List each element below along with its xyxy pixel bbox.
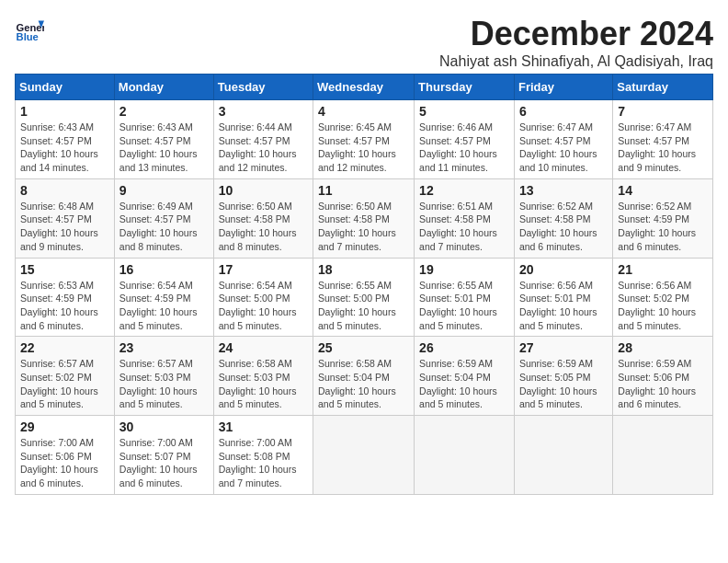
sunset-label: Sunset: 4:57 PM xyxy=(618,135,689,146)
calendar-cell: 21 Sunrise: 6:56 AM Sunset: 5:02 PM Dayl… xyxy=(613,258,713,337)
sunrise-label: Sunrise: 7:00 AM xyxy=(219,437,292,448)
day-number: 28 xyxy=(618,340,708,355)
sunset-label: Sunset: 5:02 PM xyxy=(618,293,689,304)
sunrise-label: Sunrise: 6:49 AM xyxy=(119,201,193,212)
sunset-label: Sunset: 5:06 PM xyxy=(618,372,689,383)
sunrise-label: Sunrise: 6:55 AM xyxy=(318,280,392,291)
svg-text:Blue: Blue xyxy=(17,31,39,42)
day-number: 9 xyxy=(119,183,209,198)
sunrise-label: Sunrise: 6:44 AM xyxy=(219,121,292,132)
day-info: Sunrise: 6:44 AM Sunset: 4:57 PM Dayligh… xyxy=(219,121,308,175)
sunrise-label: Sunrise: 6:59 AM xyxy=(618,358,691,369)
calendar-cell: 17 Sunrise: 6:54 AM Sunset: 5:00 PM Dayl… xyxy=(213,258,313,337)
day-info: Sunrise: 6:47 AM Sunset: 4:57 PM Dayligh… xyxy=(618,121,708,175)
day-info: Sunrise: 6:48 AM Sunset: 4:57 PM Dayligh… xyxy=(20,200,109,254)
day-info: Sunrise: 6:55 AM Sunset: 5:01 PM Dayligh… xyxy=(419,279,509,333)
sunrise-label: Sunrise: 6:54 AM xyxy=(219,280,292,291)
calendar-cell: 12 Sunrise: 6:51 AM Sunset: 4:58 PM Dayl… xyxy=(415,178,515,258)
calendar-cell: 25 Sunrise: 6:58 AM Sunset: 5:04 PM Dayl… xyxy=(313,337,415,416)
calendar-table: SundayMondayTuesdayWednesdayThursdayFrid… xyxy=(15,74,713,495)
day-number: 31 xyxy=(219,419,308,434)
sunset-label: Sunset: 5:02 PM xyxy=(20,372,92,383)
calendar-cell: 8 Sunrise: 6:48 AM Sunset: 4:57 PM Dayli… xyxy=(16,178,115,258)
calendar-cell xyxy=(415,416,515,495)
sunset-label: Sunset: 4:57 PM xyxy=(119,213,191,224)
sunrise-label: Sunrise: 6:56 AM xyxy=(519,280,593,291)
sunset-label: Sunset: 4:59 PM xyxy=(618,213,689,224)
day-info: Sunrise: 7:00 AM Sunset: 5:08 PM Dayligh… xyxy=(219,436,308,490)
day-number: 24 xyxy=(219,340,308,355)
logo-icon: General Blue xyxy=(15,15,44,44)
sunrise-label: Sunrise: 7:00 AM xyxy=(119,437,193,448)
calendar-cell: 18 Sunrise: 6:55 AM Sunset: 5:00 PM Dayl… xyxy=(313,258,415,337)
day-info: Sunrise: 6:58 AM Sunset: 5:03 PM Dayligh… xyxy=(219,357,308,411)
day-info: Sunrise: 6:49 AM Sunset: 4:57 PM Dayligh… xyxy=(119,200,209,254)
sunset-label: Sunset: 4:57 PM xyxy=(219,135,290,146)
day-number: 23 xyxy=(119,340,209,355)
day-info: Sunrise: 6:46 AM Sunset: 4:57 PM Dayligh… xyxy=(419,121,509,175)
calendar-week-row: 8 Sunrise: 6:48 AM Sunset: 4:57 PM Dayli… xyxy=(16,178,713,258)
day-info: Sunrise: 6:59 AM Sunset: 5:05 PM Dayligh… xyxy=(519,357,608,411)
daylight-label: Daylight: 10 hours and 5 minutes. xyxy=(419,385,497,410)
day-info: Sunrise: 6:58 AM Sunset: 5:04 PM Dayligh… xyxy=(318,357,409,411)
calendar-cell xyxy=(313,416,415,495)
daylight-label: Daylight: 10 hours and 6 minutes. xyxy=(119,464,198,488)
day-info: Sunrise: 6:43 AM Sunset: 4:57 PM Dayligh… xyxy=(20,121,109,175)
sunset-label: Sunset: 5:00 PM xyxy=(318,293,390,304)
sunrise-label: Sunrise: 6:54 AM xyxy=(119,280,193,291)
day-number: 11 xyxy=(318,183,409,198)
calendar-cell: 4 Sunrise: 6:45 AM Sunset: 4:57 PM Dayli… xyxy=(313,100,415,179)
sunrise-label: Sunrise: 6:50 AM xyxy=(318,201,392,212)
sunrise-label: Sunrise: 6:52 AM xyxy=(519,201,593,212)
daylight-label: Daylight: 10 hours and 5 minutes. xyxy=(219,385,297,410)
daylight-label: Daylight: 10 hours and 12 minutes. xyxy=(219,148,297,173)
daylight-label: Daylight: 10 hours and 12 minutes. xyxy=(318,148,396,173)
weekday-header-row: SundayMondayTuesdayWednesdayThursdayFrid… xyxy=(16,75,713,100)
day-number: 22 xyxy=(20,340,109,355)
sunrise-label: Sunrise: 6:57 AM xyxy=(20,358,94,369)
weekday-header-sunday: Sunday xyxy=(16,75,115,100)
calendar-week-row: 15 Sunrise: 6:53 AM Sunset: 4:59 PM Dayl… xyxy=(16,258,713,337)
sunrise-label: Sunrise: 6:57 AM xyxy=(119,358,193,369)
day-info: Sunrise: 6:54 AM Sunset: 4:59 PM Dayligh… xyxy=(119,279,209,333)
calendar-cell: 15 Sunrise: 6:53 AM Sunset: 4:59 PM Dayl… xyxy=(16,258,115,337)
sunset-label: Sunset: 4:57 PM xyxy=(419,135,491,146)
calendar-cell: 24 Sunrise: 6:58 AM Sunset: 5:03 PM Dayl… xyxy=(213,337,313,416)
sunset-label: Sunset: 5:08 PM xyxy=(219,451,290,462)
daylight-label: Daylight: 10 hours and 6 minutes. xyxy=(618,227,696,252)
daylight-label: Daylight: 10 hours and 8 minutes. xyxy=(119,227,198,252)
day-info: Sunrise: 6:50 AM Sunset: 4:58 PM Dayligh… xyxy=(219,200,308,254)
sunrise-label: Sunrise: 6:46 AM xyxy=(419,121,493,132)
calendar-cell: 7 Sunrise: 6:47 AM Sunset: 4:57 PM Dayli… xyxy=(613,100,713,179)
daylight-label: Daylight: 10 hours and 5 minutes. xyxy=(618,306,696,331)
sunrise-label: Sunrise: 6:59 AM xyxy=(519,358,593,369)
weekday-header-wednesday: Wednesday xyxy=(313,75,415,100)
calendar-cell: 2 Sunrise: 6:43 AM Sunset: 4:57 PM Dayli… xyxy=(114,100,213,179)
calendar-cell: 3 Sunrise: 6:44 AM Sunset: 4:57 PM Dayli… xyxy=(213,100,313,179)
sunset-label: Sunset: 4:57 PM xyxy=(519,135,591,146)
day-number: 25 xyxy=(318,340,409,355)
calendar-cell xyxy=(613,416,713,495)
daylight-label: Daylight: 10 hours and 10 minutes. xyxy=(519,148,597,173)
day-info: Sunrise: 6:55 AM Sunset: 5:00 PM Dayligh… xyxy=(318,279,409,333)
calendar-week-row: 29 Sunrise: 7:00 AM Sunset: 5:06 PM Dayl… xyxy=(16,416,713,495)
day-info: Sunrise: 6:56 AM Sunset: 5:01 PM Dayligh… xyxy=(519,279,608,333)
day-info: Sunrise: 6:56 AM Sunset: 5:02 PM Dayligh… xyxy=(618,279,708,333)
day-number: 12 xyxy=(419,183,509,198)
calendar-cell: 22 Sunrise: 6:57 AM Sunset: 5:02 PM Dayl… xyxy=(16,337,115,416)
day-info: Sunrise: 6:43 AM Sunset: 4:57 PM Dayligh… xyxy=(119,121,209,175)
day-info: Sunrise: 6:59 AM Sunset: 5:04 PM Dayligh… xyxy=(419,357,509,411)
calendar-cell: 16 Sunrise: 6:54 AM Sunset: 4:59 PM Dayl… xyxy=(114,258,213,337)
page-header: General Blue December 2024 Nahiyat ash S… xyxy=(15,15,713,70)
day-number: 30 xyxy=(119,419,209,434)
calendar-cell: 23 Sunrise: 6:57 AM Sunset: 5:03 PM Dayl… xyxy=(114,337,213,416)
day-number: 6 xyxy=(519,104,608,119)
day-number: 8 xyxy=(20,183,109,198)
day-number: 15 xyxy=(20,262,109,277)
day-number: 26 xyxy=(419,340,509,355)
day-info: Sunrise: 6:50 AM Sunset: 4:58 PM Dayligh… xyxy=(318,200,409,254)
sunset-label: Sunset: 5:01 PM xyxy=(519,293,591,304)
sunrise-label: Sunrise: 6:59 AM xyxy=(419,358,493,369)
sunrise-label: Sunrise: 6:45 AM xyxy=(318,121,392,132)
daylight-label: Daylight: 10 hours and 11 minutes. xyxy=(419,148,497,173)
